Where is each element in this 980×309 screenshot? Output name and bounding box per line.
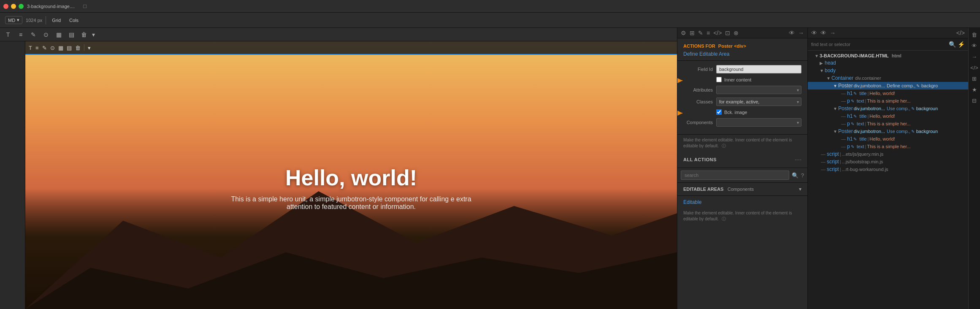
- maximize-button[interactable]: [19, 4, 24, 9]
- dom-poster1-toggle[interactable]: ▼: [833, 84, 838, 88]
- dom-poster3-edit-icon[interactable]: ✎: [911, 129, 915, 134]
- actions-search-input[interactable]: [681, 171, 789, 180]
- actions-list-icon[interactable]: ≡: [707, 30, 710, 36]
- dom-h1-3-edit-icon[interactable]: ✎: [853, 137, 857, 141]
- sel-circle-icon[interactable]: ⊙: [50, 45, 55, 51]
- more-tools-dropdown[interactable]: ▾: [92, 31, 95, 38]
- define-area-link[interactable]: Define Editable Area: [683, 51, 801, 57]
- sel-more-icon[interactable]: ▾: [88, 45, 91, 51]
- sel-text-icon[interactable]: T: [29, 45, 32, 51]
- dom-root-toggle[interactable]: ▼: [815, 54, 820, 58]
- text-tool-icon[interactable]: T: [3, 30, 13, 39]
- actions-arrow-icon[interactable]: →: [798, 30, 804, 36]
- actions-layers-icon[interactable]: ⊞: [690, 30, 695, 36]
- dom-container-node[interactable]: ▼ Container div.container: [808, 74, 968, 82]
- minimize-button[interactable]: [11, 4, 16, 9]
- dom-h1-2-title-link[interactable]: title: [859, 114, 866, 119]
- dom-eye-icon[interactable]: 👁: [811, 30, 817, 36]
- dom-poster2-toggle[interactable]: ▼: [833, 106, 838, 111]
- dom-script2-node[interactable]: — script | ...js/bootstrap.min.js: [808, 158, 968, 165]
- rs-eye-icon[interactable]: 👁: [969, 41, 980, 51]
- dom-poster1-define-link[interactable]: Define comp.,: [887, 83, 915, 88]
- dom-poster2-h1-node[interactable]: — h1 ✎ title | Hello, world!: [808, 112, 968, 120]
- dom-p1-edit-icon[interactable]: ✎: [851, 99, 854, 103]
- dom-poster2-use-link[interactable]: Use comp.,: [887, 106, 910, 111]
- dom-h1-title-link[interactable]: title: [859, 91, 866, 96]
- dom-h1-edit-icon[interactable]: ✎: [853, 91, 857, 96]
- dom-poster2-p-node[interactable]: — p ✎ text | This is a simple her...: [808, 120, 968, 127]
- layout-tool-icon[interactable]: ≡: [16, 30, 25, 39]
- dom-poster2-edit-icon[interactable]: ✎: [911, 106, 915, 111]
- table-tool-icon[interactable]: ▤: [67, 30, 76, 39]
- dom-poster1-edit-icon[interactable]: ✎: [916, 84, 920, 88]
- target-tool-icon[interactable]: ⊙: [41, 30, 51, 39]
- search-help-icon[interactable]: ?: [801, 172, 804, 179]
- dom-root-node[interactable]: ▼ 3-BACKGROUND-IMAGE.HTML html: [808, 52, 968, 59]
- hero-canvas[interactable]: Hello, world! This is a simple hero unit…: [25, 41, 677, 309]
- inner-content-checkbox[interactable]: [716, 77, 722, 82]
- editable-link[interactable]: Editable: [677, 196, 807, 209]
- dom-p2-text-link[interactable]: text: [857, 121, 864, 126]
- dom-poster1-p-node[interactable]: — p ✎ text | This is a simple her...: [808, 97, 968, 105]
- dom-filter-icon[interactable]: ⚡: [958, 41, 965, 48]
- dom-p3-text-link[interactable]: text: [857, 144, 864, 149]
- dom-code-icon[interactable]: </>: [956, 30, 965, 36]
- classes-select[interactable]: for example, active,: [716, 98, 801, 106]
- dom-poster2-node[interactable]: ▼ Poster div.jumbotron... Use comp., ✎ b…: [808, 105, 968, 112]
- components-select[interactable]: [716, 118, 801, 127]
- dom-container-toggle[interactable]: ▼: [826, 76, 831, 81]
- grid-tool-icon[interactable]: ▦: [54, 30, 63, 39]
- cols-button[interactable]: Cols: [67, 17, 81, 24]
- dom-p3-edit-icon[interactable]: ✎: [851, 144, 854, 149]
- dom-poster1-node[interactable]: ▼ Poster div.jumbotron... Define comp., …: [808, 82, 968, 89]
- close-button[interactable]: [3, 4, 8, 9]
- grid-button[interactable]: Grid: [49, 17, 63, 24]
- dom-search-input[interactable]: [811, 42, 947, 47]
- search-icon[interactable]: 🔍: [792, 172, 799, 179]
- dom-p1-text-link[interactable]: text: [857, 98, 864, 103]
- dom-script3-node[interactable]: — script | ...rt-bug-workaround.js: [808, 165, 968, 173]
- dom-arrow-right-icon[interactable]: →: [830, 30, 836, 36]
- actions-sliders-icon[interactable]: ⚙: [681, 30, 686, 36]
- breakpoint-selector[interactable]: MD ▾: [5, 16, 22, 24]
- dom-body-toggle[interactable]: ▼: [820, 68, 825, 73]
- actions-code-icon[interactable]: ✎: [698, 30, 703, 36]
- dom-h1-3-title-link[interactable]: title: [859, 136, 866, 141]
- dom-poster3-h1-node[interactable]: — h1 ✎ title | Hello, world!: [808, 135, 968, 143]
- dom-poster3-use-link[interactable]: Use comp.,: [887, 129, 910, 134]
- dom-p2-edit-icon[interactable]: ✎: [851, 122, 854, 126]
- sel-table2-icon[interactable]: ▤: [67, 45, 72, 51]
- actions-brackets-icon[interactable]: </>: [713, 30, 722, 36]
- dom-dash2: —: [841, 98, 846, 103]
- dom-poster3-toggle[interactable]: ▼: [833, 129, 838, 134]
- dom-eye2-icon[interactable]: 👁: [820, 30, 826, 36]
- dom-poster1-h1-node[interactable]: — h1 ✎ title | Hello, world!: [808, 89, 968, 97]
- sel-trash-icon[interactable]: 🗑: [75, 45, 81, 51]
- dom-head-node[interactable]: ▶ head: [808, 59, 968, 67]
- actions-eye-icon[interactable]: 👁: [789, 30, 795, 36]
- sel-edit-icon[interactable]: ✎: [42, 45, 47, 51]
- field-id-input[interactable]: [716, 65, 801, 73]
- rs-trash-icon[interactable]: 🗑: [969, 30, 980, 40]
- actions-component-icon[interactable]: ⊡: [725, 30, 730, 36]
- dom-poster3-p-node[interactable]: — p ✎ text | This is a simple her...: [808, 143, 968, 150]
- ea-collapse-icon[interactable]: ▾: [799, 186, 801, 192]
- rs-grid-icon[interactable]: ⊟: [969, 95, 980, 106]
- sel-list-icon[interactable]: ≡: [35, 45, 39, 51]
- attributes-select[interactable]: [716, 86, 801, 94]
- rs-star-icon[interactable]: ★: [969, 84, 980, 95]
- dom-poster3-node[interactable]: ▼ Poster div.jumbotron... Use comp., ✎ b…: [808, 127, 968, 135]
- dom-body-node[interactable]: ▼ body: [808, 67, 968, 74]
- rs-layers-icon[interactable]: ⊞: [969, 73, 980, 84]
- dom-search-icon[interactable]: 🔍: [949, 41, 956, 48]
- delete-tool-icon[interactable]: 🗑: [79, 30, 89, 39]
- rs-arrow-right-icon[interactable]: →: [969, 52, 980, 62]
- rs-code-icon[interactable]: </>: [969, 62, 980, 73]
- bck-image-checkbox[interactable]: [716, 109, 722, 115]
- edit-tool-icon[interactable]: ✎: [29, 30, 38, 39]
- actions-wp-icon[interactable]: ⊗: [734, 30, 739, 36]
- dom-h1-2-edit-icon[interactable]: ✎: [853, 114, 857, 119]
- sel-grid2-icon[interactable]: ▦: [58, 45, 63, 51]
- dom-script1-node[interactable]: — script | ...ets/js/jquery.min.js: [808, 150, 968, 158]
- dom-head-toggle[interactable]: ▶: [820, 61, 825, 65]
